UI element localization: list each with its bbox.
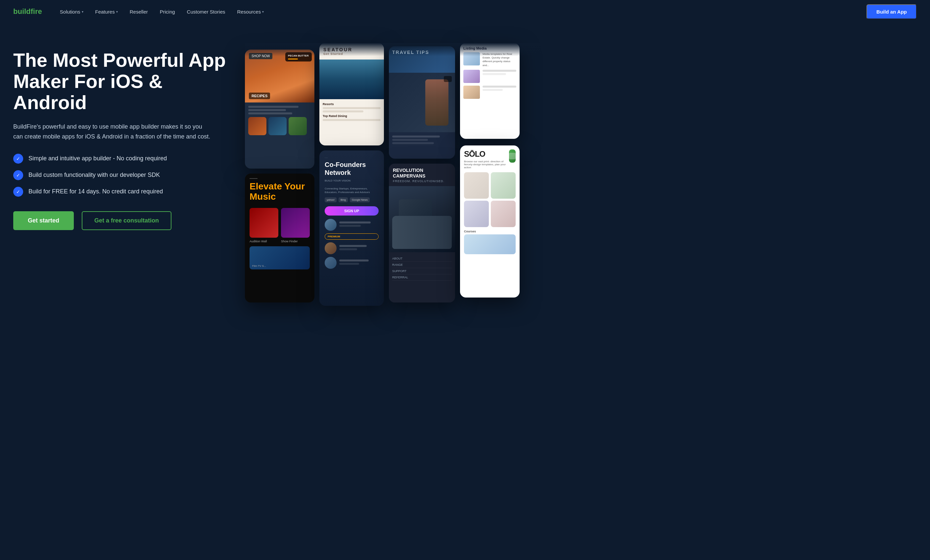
bullet-3: ✓ Build for FREE for 14 days. No credit …	[13, 187, 238, 197]
solo-grid	[464, 172, 516, 227]
travel-image	[389, 73, 455, 132]
food-bar-1	[248, 106, 299, 108]
food-bar-3	[248, 112, 292, 114]
signup-button[interactable]: SIGN UP	[325, 206, 379, 216]
profile-bar-3a	[339, 259, 369, 261]
recipes-label: RECIPES	[249, 92, 270, 99]
nav-pricing[interactable]: Pricing	[155, 6, 180, 17]
profile-bar-1a	[339, 221, 371, 224]
film-label: Film TV S...	[252, 264, 266, 267]
nav-resources[interactable]: Resources ▾	[232, 6, 268, 17]
tour-app-card: SEATOUR Get Started Resorts Top Rated Di…	[319, 43, 384, 146]
solo-screen: SŌLO Browse our vast print- direction of…	[460, 146, 520, 298]
resorts-label: Resorts	[323, 103, 380, 106]
nav-features[interactable]: Features ▾	[91, 6, 122, 17]
lb-2	[482, 73, 506, 75]
get-started-button[interactable]: Get started	[13, 211, 74, 230]
hero-section: The Most Powerful App Maker For iOS & An…	[0, 23, 930, 560]
profile-info-3	[339, 259, 379, 266]
consultation-button[interactable]: Get a free consultation	[82, 211, 171, 230]
bullet-2: ✓ Build custom functionality with our de…	[13, 170, 238, 180]
tour-image	[319, 60, 384, 99]
nav-solutions[interactable]: Solutions ▾	[55, 6, 88, 17]
menu-icon	[249, 178, 257, 179]
profile-row-2	[325, 242, 379, 254]
music-title: Elevate Your Music	[249, 181, 310, 202]
van-body-shape	[392, 216, 452, 249]
thumb-2	[268, 117, 286, 135]
film-thumb: Film TV S...	[249, 246, 310, 269]
yahoo-logo: yahoo!	[325, 197, 337, 202]
van-menu: ABOUT RANGE SUPPORT REFERRAL	[389, 252, 455, 284]
tour-cta: Get Started	[323, 52, 380, 55]
listing-desc: Media templates for Real Estate. Quickly…	[482, 52, 516, 67]
solo-grid-4	[491, 201, 516, 227]
listing-title: Listing Media	[463, 46, 516, 50]
van-header: REVOLUTION CAMPERVANS FREEDOM. REVOLUTIO…	[389, 164, 455, 186]
music-thumb-purple	[281, 208, 310, 238]
music-item-2: Show Finder	[281, 208, 310, 243]
profile-row-3	[325, 257, 379, 269]
partner-logos: yahoo! Bing Google News	[325, 197, 379, 202]
premium-badge: PREMIUM	[325, 233, 379, 240]
profile-bar-2a	[339, 245, 367, 247]
logo-build: build	[13, 7, 31, 15]
listing-thumb-3	[463, 86, 480, 99]
travel-bar-3	[392, 142, 434, 144]
dining-label: Top Rated Dining	[323, 114, 380, 118]
profile-row-1	[325, 219, 379, 231]
solo-app-card: SŌLO Browse our vast print- direction of…	[460, 146, 520, 298]
travel-bar-1	[392, 135, 440, 138]
listing-app-card: Listing Media Media templates for Real E…	[460, 43, 520, 139]
hero-content: The Most Powerful App Maker For iOS & An…	[13, 43, 238, 230]
van-about: ABOUT	[392, 256, 452, 262]
campervan-screen: REVOLUTION CAMPERVANS FREEDOM. REVOLUTIO…	[389, 164, 455, 302]
check-icon-2: ✓	[13, 170, 23, 180]
solo-grid-1	[464, 172, 489, 199]
courses-label: Courses	[464, 230, 516, 233]
travel-header: TRAVEL TIPS	[389, 46, 455, 73]
music-app-card: Elevate Your Music Audition Wall Show Fi…	[245, 173, 314, 302]
music-film-section: Film TV S...	[249, 246, 310, 269]
cofounders-app-card: ... Co-Founders Network BUILD YOUR VISIO…	[319, 150, 384, 306]
van-support: SUPPORT	[392, 268, 452, 275]
build-app-button[interactable]: Build an App	[867, 4, 917, 19]
thumb-3	[289, 117, 307, 135]
listing-item-1: Media templates for Real Estate. Quickly…	[463, 52, 516, 67]
van-tagline: FREEDOM. REVOLUTIONISED.	[393, 180, 451, 183]
music-app-screen: Elevate Your Music Audition Wall Show Fi…	[245, 173, 314, 302]
listing-item-2	[463, 70, 516, 83]
solo-courses: Courses	[464, 230, 516, 254]
solo-app-icon	[509, 149, 516, 163]
travel-title: TRAVEL TIPS	[392, 49, 452, 55]
nav-customer-stories[interactable]: Customer Stories	[182, 6, 230, 17]
travel-app-card: TRAVEL TIPS	[389, 46, 455, 159]
listing-thumb-2	[463, 70, 480, 83]
app-mockups: SHOP NOW PECAN BUTTER RECIPES	[245, 43, 917, 314]
tour-brand: SEATOUR	[323, 47, 380, 52]
van-cab	[399, 199, 432, 216]
hero-bullets-list: ✓ Simple and intuitive app builder - No …	[13, 154, 238, 197]
cofounders-top-label: ...	[325, 156, 379, 159]
logo[interactable]: buildfire	[13, 7, 42, 16]
tour-header: SEATOUR Get Started	[319, 43, 384, 60]
lc-2	[482, 89, 503, 91]
cofounders-tagline: Connecting Startups, Entrepreneurs, Educ…	[325, 187, 379, 194]
camera-icon	[444, 76, 452, 82]
google-news-logo: Google News	[350, 197, 370, 202]
cofounders-screen: ... Co-Founders Network BUILD YOUR VISIO…	[319, 150, 384, 306]
chevron-down-icon: ▾	[116, 10, 118, 14]
hero-buttons: Get started Get a free consultation	[13, 211, 238, 230]
avatar-1	[325, 219, 337, 231]
music-thumb-red	[249, 208, 278, 238]
logo-fire: fire	[31, 7, 42, 15]
van-range: RANGE	[392, 262, 452, 268]
nav-reseller[interactable]: Reseller	[125, 6, 152, 17]
listing-thumb-1	[463, 52, 480, 66]
check-icon-1: ✓	[13, 154, 23, 164]
product-bar	[288, 58, 298, 60]
campervan-app-card: REVOLUTION CAMPERVANS FREEDOM. REVOLUTIO…	[389, 164, 455, 302]
solo-icon-inner	[509, 153, 516, 160]
person-silhouette	[425, 79, 448, 126]
food-thumbnails	[248, 117, 311, 135]
